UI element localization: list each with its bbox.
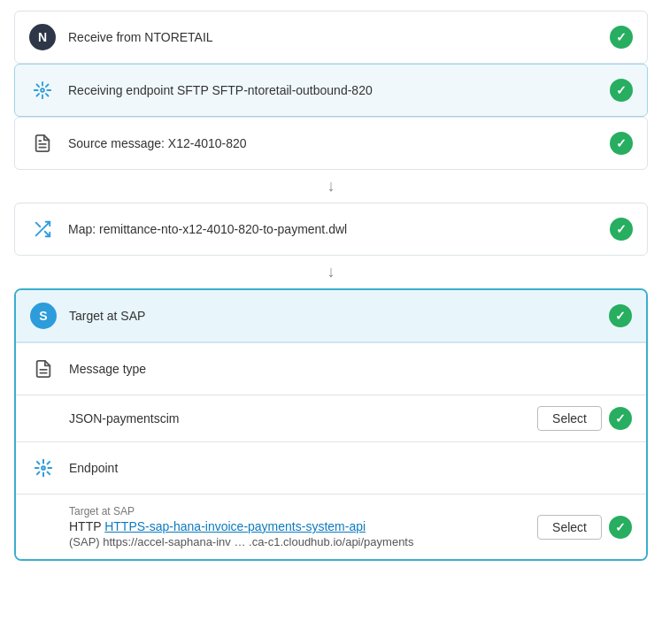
receive-label: Receive from NTORETAIL (68, 30, 213, 44)
receive-check-icon (610, 26, 633, 49)
document-icon (33, 134, 52, 153)
map-card-left: Map: remittance-nto-x12-4010-820-to-paym… (29, 216, 347, 242)
endpoint-row: Endpoint (16, 441, 646, 494)
message-type-label: Message type (69, 362, 146, 376)
map-check-icon (610, 218, 633, 241)
endpoint-actions: Select (537, 515, 632, 540)
target-header-left: S Target at SAP (30, 303, 145, 329)
target-header-check-icon (609, 304, 632, 327)
map-icon-wrap (29, 216, 56, 242)
endpoint-check-icon (609, 516, 632, 539)
endpoint-protocol-link: HTTP HTTPS-sap-hana-invoice-payments-sys… (69, 519, 413, 533)
source-check-icon (610, 132, 633, 155)
message-type-check-icon (609, 407, 632, 430)
map-card: Map: remittance-nto-x12-4010-820-to-paym… (14, 203, 648, 256)
sftp-icon-wrap (29, 77, 56, 104)
svg-point-8 (42, 466, 45, 470)
message-type-row: Message type (16, 342, 646, 395)
message-type-left: Message type (30, 356, 146, 382)
sftp-icon (33, 80, 52, 100)
svg-line-5 (36, 223, 41, 227)
receive-avatar: N (29, 24, 56, 50)
arrow-2: ↓ (14, 256, 648, 288)
receive-card-left: N Receive from NTORETAIL (29, 24, 213, 50)
source-card-left: Source message: X12-4010-820 (29, 130, 247, 157)
endpoint-link[interactable]: HTTPS-sap-hana-invoice-payments-system-a… (104, 519, 366, 533)
receive-card: N Receive from NTORETAIL (14, 11, 648, 64)
endpoint-sub-label: Target at SAP (69, 505, 413, 518)
map-label: Map: remittance-nto-x12-4010-820-to-paym… (68, 222, 347, 236)
arrow-1: ↓ (14, 170, 648, 203)
endpoint-protocol: HTTP (69, 519, 101, 533)
endpoint-sub-content: Target at SAP HTTP HTTPS-sap-hana-invoic… (69, 505, 413, 548)
endpoint-sub-text: (SAP) https://accel-saphana-inv … .ca-c1… (69, 535, 413, 548)
message-type-actions: Select (537, 406, 632, 431)
select-button-2[interactable]: Select (537, 515, 602, 540)
target-avatar: S (30, 303, 57, 329)
endpoint-detail-row: Target at SAP HTTP HTTPS-sap-hana-invoic… (16, 494, 646, 559)
endpoint-left: Endpoint (30, 455, 118, 481)
source-label: Source message: X12-4010-820 (68, 136, 247, 150)
source-card: Source message: X12-4010-820 (14, 117, 648, 170)
endpoint-icon (34, 458, 53, 478)
target-section-body: Message type JSON-paymentscim Select (16, 342, 646, 559)
target-section-group: S Target at SAP Message t (14, 288, 648, 561)
svg-point-0 (41, 88, 44, 92)
sftp-card: Receiving endpoint SFTP SFTP-ntoretail-o… (14, 64, 648, 117)
map-shuffle-icon (33, 219, 52, 239)
sftp-check-icon (610, 79, 633, 102)
endpoint-label: Endpoint (69, 461, 118, 475)
sftp-label: Receiving endpoint SFTP SFTP-ntoretail-o… (68, 83, 373, 97)
source-icon-wrap (29, 130, 56, 157)
message-type-value: JSON-paymentscim (69, 411, 179, 426)
sftp-card-left: Receiving endpoint SFTP SFTP-ntoretail-o… (29, 77, 373, 104)
message-type-icon-wrap (30, 356, 57, 382)
select-button-1[interactable]: Select (537, 406, 602, 431)
document-icon-2 (34, 359, 53, 379)
endpoint-icon-wrap (30, 455, 57, 481)
message-type-value-row: JSON-paymentscim Select (16, 395, 646, 441)
target-header-label: Target at SAP (69, 309, 145, 323)
target-header: S Target at SAP (16, 290, 646, 342)
